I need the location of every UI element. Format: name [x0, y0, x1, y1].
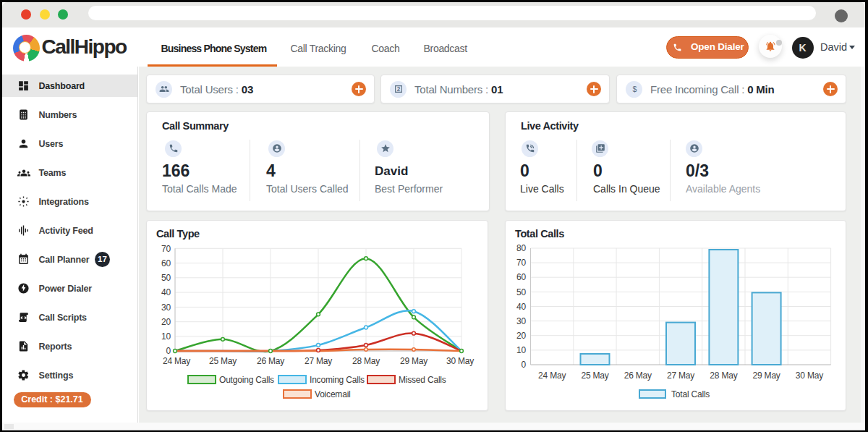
svg-text:27 May: 27 May [667, 370, 694, 381]
svg-text:29 May: 29 May [753, 370, 780, 381]
svg-text:40: 40 [161, 287, 171, 297]
svg-text:2: 2 [396, 86, 400, 93]
svg-text:80: 80 [516, 243, 526, 253]
svg-text:29 May: 29 May [400, 356, 427, 366]
svg-text:50: 50 [516, 287, 526, 297]
svg-text:40: 40 [516, 302, 526, 312]
svg-text:10: 10 [161, 331, 171, 342]
svg-text:50: 50 [161, 273, 171, 283]
svg-text:20: 20 [516, 331, 526, 341]
svg-text:30 May: 30 May [446, 356, 474, 366]
svg-text:28 May: 28 May [352, 356, 380, 366]
svg-text:26 May: 26 May [257, 356, 284, 366]
svg-text:10: 10 [516, 345, 526, 355]
svg-text:$: $ [632, 85, 637, 93]
svg-text:60: 60 [516, 272, 526, 282]
svg-text:60: 60 [161, 258, 171, 268]
svg-text:30: 30 [161, 302, 171, 313]
svg-text:30: 30 [516, 316, 526, 326]
svg-text:28 May: 28 May [710, 370, 737, 381]
svg-text:Total Calls: Total Calls [671, 389, 710, 399]
svg-text:30 May: 30 May [796, 370, 823, 381]
svg-text:24 May: 24 May [163, 356, 190, 366]
svg-text:25 May: 25 May [581, 370, 608, 381]
svg-text:24 May: 24 May [538, 370, 566, 381]
svg-text:20: 20 [161, 317, 171, 327]
svg-text:25 May: 25 May [209, 356, 237, 366]
svg-text:Missed Calls: Missed Calls [399, 375, 446, 385]
svg-text:Voicemail: Voicemail [315, 389, 351, 399]
svg-text:27 May: 27 May [305, 356, 332, 366]
svg-text:70: 70 [161, 244, 171, 254]
svg-text:0: 0 [522, 360, 527, 370]
svg-text:Outgoing Calls: Outgoing Calls [219, 375, 274, 385]
svg-text:Incoming Calls: Incoming Calls [310, 375, 365, 385]
svg-text:70: 70 [516, 258, 526, 268]
svg-text:0: 0 [166, 346, 171, 356]
svg-text:26 May: 26 May [624, 370, 652, 381]
